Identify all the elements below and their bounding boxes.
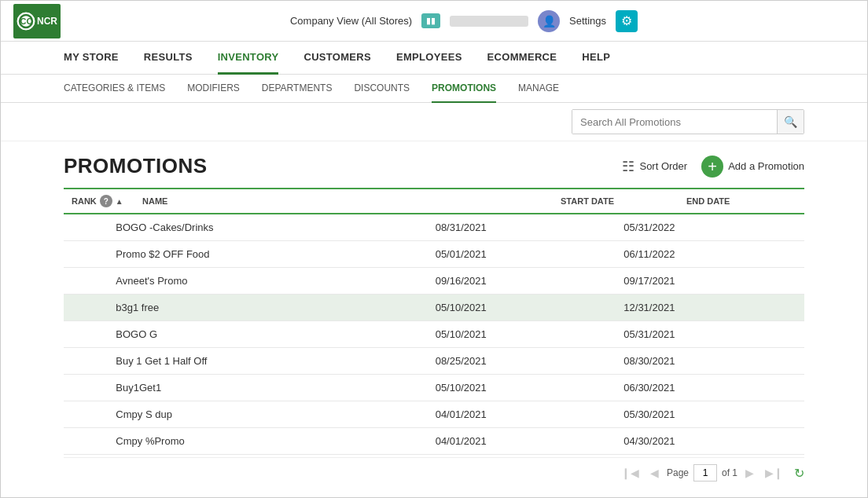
cell-start-date: 05/10/2021 <box>428 375 616 401</box>
user-icon: 👤 <box>538 10 560 32</box>
subnav-modifiers[interactable]: MODIFIERS <box>187 75 240 103</box>
svg-text:NCR: NCR <box>37 16 57 27</box>
subnav-discounts[interactable]: DISCOUNTS <box>354 75 410 103</box>
pagination-row: ❙◀ ◀ Page of 1 ▶ ▶❙ ↻ <box>64 457 804 485</box>
subnav-manage[interactable]: MANAGE <box>518 75 559 103</box>
table-row[interactable]: Buy 1 Get 1 Half Off08/25/202108/30/2021 <box>64 348 804 375</box>
cell-start-date: 05/10/2021 <box>428 295 616 321</box>
cell-rank <box>64 295 108 321</box>
cell-start-date: 04/01/2021 <box>428 401 616 428</box>
refresh-button[interactable]: ↻ <box>794 466 804 481</box>
settings-label[interactable]: Settings <box>569 15 606 27</box>
cell-start-date: 04/01/2021 <box>428 455 616 458</box>
cell-end-date: 06/11/2022 <box>616 241 804 268</box>
cell-start-date: 09/16/2021 <box>428 268 616 295</box>
cell-rank <box>64 455 108 458</box>
main-content: PROMOTIONS ☷ Sort Order + Add a Promotio… <box>1 141 867 497</box>
table-row[interactable]: Avneet's Promo09/16/202109/17/2021 <box>64 268 804 295</box>
page-number-input[interactable] <box>693 464 717 482</box>
logo: CO NCR <box>13 4 61 38</box>
sort-order-button[interactable]: ☷ Sort Order <box>622 158 687 175</box>
cell-start-date: 05/10/2021 <box>428 321 616 348</box>
end-date-label: END DATE <box>686 196 730 206</box>
rank-help-icon[interactable]: ? <box>100 195 112 207</box>
cell-name: BOGO -Cakes/Drinks <box>108 214 427 241</box>
cell-name: Company dup <box>108 455 427 458</box>
svg-text:CO: CO <box>20 16 34 26</box>
cell-rank <box>64 321 108 348</box>
cell-rank <box>64 375 108 401</box>
rank-label: RANK <box>72 196 97 206</box>
of-label: of 1 <box>722 467 737 478</box>
nav-inventory[interactable]: INVENTORY <box>218 42 279 75</box>
company-view-label: Company View (All Stores) <box>290 15 412 27</box>
cell-rank <box>64 428 108 455</box>
last-page-button[interactable]: ▶❙ <box>762 465 786 481</box>
search-bar-row: 🔍 <box>1 103 867 141</box>
cell-end-date: 04/30/2021 <box>616 428 804 455</box>
page-label: Page <box>667 467 689 478</box>
sort-order-icon: ☷ <box>622 158 634 175</box>
top-bar: CO NCR Company View (All Stores) ▮▮ 👤 Se… <box>1 1 867 42</box>
nav-help[interactable]: HELP <box>582 42 610 75</box>
cell-end-date: 04/30/2021 <box>616 455 804 458</box>
table-row[interactable]: Company dup04/01/202104/30/2021 <box>64 455 804 458</box>
nav-ecommerce[interactable]: ECOMMERCE <box>487 42 557 75</box>
subnav-promotions[interactable]: PROMOTIONS <box>432 75 496 103</box>
col-rank: RANK ? ▲ <box>64 189 134 214</box>
cell-name: BOGO G <box>108 321 427 348</box>
table-row[interactable]: Promo $2 OFF Food05/01/202106/11/2022 <box>64 241 804 268</box>
name-label: NAME <box>142 196 167 206</box>
search-wrapper: 🔍 <box>572 109 804 134</box>
top-bar-center: Company View (All Stores) ▮▮ 👤 Settings … <box>73 10 855 32</box>
cell-end-date: 05/31/2021 <box>616 321 804 348</box>
table-row[interactable]: b3g1 free05/10/202112/31/2021 <box>64 295 804 321</box>
cell-name: b3g1 free <box>108 295 427 321</box>
store-icon: ▮▮ <box>421 13 440 28</box>
cell-end-date: 09/17/2021 <box>616 268 804 295</box>
sub-nav: CATEGORIES & ITEMS MODIFIERS DEPARTMENTS… <box>1 75 867 103</box>
cell-name: Buy1Get1 <box>108 375 427 401</box>
search-input[interactable] <box>572 110 777 134</box>
table-header: RANK ? ▲ NAME START DATE END DATE <box>64 189 804 214</box>
cell-rank <box>64 214 108 241</box>
header-actions: ☷ Sort Order + Add a Promotion <box>622 156 804 178</box>
gear-icon[interactable]: ⚙ <box>616 10 638 32</box>
nav-customers[interactable]: CUSTOMERS <box>303 42 371 75</box>
col-end-date: END DATE <box>679 189 804 214</box>
cell-start-date: 04/01/2021 <box>428 428 616 455</box>
promotions-table: RANK ? ▲ NAME START DATE END DATE <box>64 188 804 214</box>
add-promotion-label: Add a Promotion <box>728 160 804 172</box>
next-page-button[interactable]: ▶ <box>742 465 757 481</box>
cell-name: Promo $2 OFF Food <box>108 241 427 268</box>
search-button[interactable]: 🔍 <box>777 110 804 134</box>
ncr-logo-svg: CO NCR <box>17 9 57 34</box>
subnav-departments[interactable]: DEPARTMENTS <box>262 75 333 103</box>
col-name: NAME <box>134 189 553 214</box>
table-row[interactable]: Buy1Get105/10/202106/30/2021 <box>64 375 804 401</box>
prev-page-button[interactable]: ◀ <box>647 465 662 481</box>
cell-start-date: 08/25/2021 <box>428 348 616 375</box>
table-row[interactable]: BOGO G05/10/202105/31/2021 <box>64 321 804 348</box>
first-page-button[interactable]: ❙◀ <box>618 465 642 481</box>
table-row[interactable]: BOGO -Cakes/Drinks08/31/202105/31/2022 <box>64 214 804 241</box>
cell-rank <box>64 241 108 268</box>
cell-end-date: 05/30/2021 <box>616 401 804 428</box>
nav-my-store[interactable]: MY STORE <box>64 42 119 75</box>
cell-end-date: 12/31/2021 <box>616 295 804 321</box>
add-promotion-button[interactable]: + Add a Promotion <box>701 156 804 178</box>
cell-start-date: 05/01/2021 <box>428 241 616 268</box>
add-circle-icon: + <box>701 156 723 178</box>
table-container: RANK ? ▲ NAME START DATE END DATE <box>64 188 804 457</box>
nav-employees[interactable]: EMPLOYEES <box>396 42 462 75</box>
subnav-categories-items[interactable]: CATEGORIES & ITEMS <box>64 75 165 103</box>
table-row[interactable]: Cmpy S dup04/01/202105/30/2021 <box>64 401 804 428</box>
cell-name: Buy 1 Get 1 Half Off <box>108 348 427 375</box>
nav-results[interactable]: RESULTS <box>144 42 193 75</box>
table-row[interactable]: Cmpy %Promo04/01/202104/30/2021 <box>64 428 804 455</box>
rank-sort-arrow[interactable]: ▲ <box>116 197 123 206</box>
cell-rank <box>64 348 108 375</box>
main-nav: MY STORE RESULTS INVENTORY CUSTOMERS EMP… <box>1 42 867 75</box>
cell-end-date: 06/30/2021 <box>616 375 804 401</box>
table-scroll-wrapper[interactable]: BOGO -Cakes/Drinks08/31/202105/31/2022Pr… <box>64 214 804 457</box>
